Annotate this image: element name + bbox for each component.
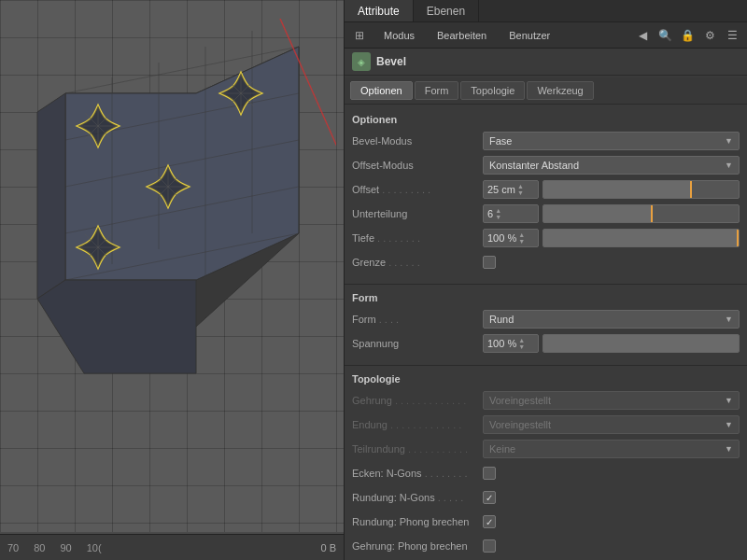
viewport-ruler: 70 80 90 10( — [7, 542, 102, 553]
unterteilung-input[interactable]: 6 ▲ ▼ — [483, 204, 539, 223]
bevel-modus-row: Bevel-Modus Fase ▼ — [352, 131, 740, 151]
bevel-modus-label: Bevel-Modus — [352, 135, 483, 147]
viewport[interactable]: 70 80 90 10( 0 B — [0, 0, 344, 560]
form-field-label: Form . . . . — [352, 314, 483, 325]
gehrung-phong-checkbox[interactable] — [483, 539, 496, 553]
svg-marker-16 — [37, 280, 196, 373]
tiefe-down[interactable]: ▼ — [518, 238, 525, 245]
offset-arrows[interactable]: ▲ ▼ — [517, 183, 524, 196]
spannung-row: Spannung 100 % ▲ ▼ — [352, 333, 740, 354]
spannung-up[interactable]: ▲ — [518, 337, 525, 343]
benutzer-button[interactable]: Benutzer — [501, 28, 557, 43]
unterteilung-slider[interactable] — [543, 204, 740, 223]
tiefe-control: 100 % ▲ ▼ — [483, 229, 740, 247]
bevel-modus-control: Fase ▼ — [483, 132, 740, 150]
unterteilung-down[interactable]: ▼ — [495, 214, 501, 220]
dropdown-arrow-offset-modus: ▼ — [725, 161, 733, 170]
form-section: Form Form . . . . Rund ▼ Spannung — [345, 287, 747, 363]
endung-row: Endung . . . . . . . . . . . . . Voreing… — [352, 414, 740, 435]
spannung-input[interactable]: 100 % ▲ ▼ — [483, 334, 539, 353]
ruler-100: 10( — [87, 542, 102, 553]
dropdown-arrow-form: ▼ — [725, 315, 733, 324]
grenze-label: Grenze . . . . . . — [352, 257, 483, 268]
tiefe-fill — [543, 230, 739, 246]
gehrung-phong-row: Gehrung: Phong brechen — [352, 536, 740, 556]
offset-modus-dropdown[interactable]: Konstanter Abstand ▼ — [483, 156, 740, 175]
offset-label: Offset . . . . . . . . . — [352, 184, 483, 195]
topologie-section: Topologie Gehrung . . . . . . . . . . . … — [345, 368, 747, 560]
teilrundung-label: Teilrundung . . . . . . . . . . . — [352, 443, 483, 455]
properties-toolbar: ⊞ Modus Bearbeiten Benutzer ◀ 🔍 🔒 ⚙ ☰ — [345, 22, 747, 49]
arrow-left-icon[interactable]: ◀ — [633, 26, 652, 45]
search-icon[interactable]: 🔍 — [655, 26, 674, 45]
form-field-control: Rund ▼ — [483, 310, 740, 329]
rundung-phong-row: Rundung: Phong brechen — [352, 511, 740, 532]
unterteilung-thumb — [651, 205, 653, 222]
sub-tab-form[interactable]: Form — [415, 81, 459, 100]
topologie-title: Topologie — [352, 373, 740, 385]
unterteilung-control: 6 ▲ ▼ — [483, 204, 740, 223]
grenze-row: Grenze . . . . . . — [352, 252, 740, 273]
gehrung-dropdown: Voreingestellt ▼ — [483, 391, 740, 410]
sub-tab-optionen[interactable]: Optionen — [350, 81, 413, 100]
tiefe-label: Tiefe . . . . . . . . — [352, 232, 483, 244]
offset-slider[interactable] — [543, 180, 740, 199]
viewport-info: 0 B — [320, 542, 336, 553]
optionen-section: Optionen Bevel-Modus Fase ▼ Offset-Modus — [345, 108, 747, 282]
rundung-ngons-label: Rundung: N-Gons . . . . . — [352, 492, 483, 503]
lock-icon[interactable]: 🔒 — [678, 26, 697, 45]
offset-modus-control: Konstanter Abstand ▼ — [483, 156, 740, 175]
unterteilung-arrows[interactable]: ▲ ▼ — [495, 207, 501, 220]
divider-2 — [345, 365, 747, 366]
offset-input[interactable]: 25 cm ▲ ▼ — [483, 180, 539, 199]
ecken-ngons-control — [483, 467, 740, 480]
gehrung-control: Voreingestellt ▼ — [483, 391, 740, 410]
tab-ebenen[interactable]: Ebenen — [414, 0, 479, 21]
form-dropdown[interactable]: Rund ▼ — [483, 310, 740, 329]
ecken-ngons-checkbox[interactable] — [483, 467, 496, 480]
grid-icon: ⊞ — [350, 26, 369, 45]
ruler-90: 90 — [61, 542, 72, 553]
viewport-bottom-bar: 70 80 90 10( 0 B — [0, 534, 344, 560]
settings-icon[interactable]: ⚙ — [700, 26, 719, 45]
offset-up[interactable]: ▲ — [517, 183, 524, 189]
tiefe-input[interactable]: 100 % ▲ ▼ — [483, 229, 539, 247]
optionen-title: Optionen — [352, 114, 740, 125]
modus-button[interactable]: Modus — [376, 28, 422, 43]
tab-attribute[interactable]: Attribute — [345, 0, 414, 21]
sub-tab-topologie[interactable]: Topologie — [460, 81, 525, 100]
bearbeiten-button[interactable]: Bearbeiten — [430, 28, 494, 43]
bevel-icon: ◈ — [352, 52, 371, 71]
offset-down[interactable]: ▼ — [517, 189, 524, 196]
endung-dropdown: Voreingestellt ▼ — [483, 415, 740, 434]
menu-icon[interactable]: ☰ — [723, 26, 741, 45]
rundung-ngons-control — [483, 491, 740, 504]
spannung-down[interactable]: ▼ — [518, 343, 525, 350]
cube-viewport — [9, 19, 336, 504]
offset-modus-label: Offset-Modus — [352, 160, 483, 171]
sub-tab-bar: Optionen Form Topologie Werkzeug — [345, 77, 747, 105]
dropdown-arrow-endung: ▼ — [725, 420, 733, 429]
spannung-arrows[interactable]: ▲ ▼ — [518, 337, 525, 350]
sub-tab-werkzeug[interactable]: Werkzeug — [527, 81, 593, 100]
grenze-checkbox[interactable] — [483, 256, 496, 269]
unterteilung-up[interactable]: ▲ — [495, 207, 501, 214]
rundung-ngons-checkbox[interactable] — [483, 491, 496, 504]
rundung-phong-checkbox[interactable] — [483, 515, 496, 528]
dropdown-arrow-teilrundung: ▼ — [725, 444, 733, 454]
props-content: Optionen Bevel-Modus Fase ▼ Offset-Modus — [345, 105, 747, 560]
tiefe-slider[interactable] — [543, 229, 740, 247]
gehrung-label: Gehrung . . . . . . . . . . . . . — [352, 395, 483, 406]
offset-modus-row: Offset-Modus Konstanter Abstand ▼ — [352, 155, 740, 175]
gehrung-phong-control — [483, 539, 740, 553]
spannung-slider[interactable] — [543, 334, 740, 353]
tiefe-arrows[interactable]: ▲ ▼ — [518, 231, 525, 245]
offset-fill — [543, 181, 690, 198]
rundung-phong-label: Rundung: Phong brechen — [352, 516, 483, 527]
tiefe-up[interactable]: ▲ — [518, 231, 525, 238]
unterteilung-fill — [543, 205, 651, 222]
form-title: Form — [352, 292, 740, 303]
main-tab-bar: Attribute Ebenen — [345, 0, 747, 22]
bevel-modus-dropdown[interactable]: Fase ▼ — [483, 132, 740, 150]
ecken-ngons-row: Ecken: N-Gons . . . . . . . . — [352, 463, 740, 483]
